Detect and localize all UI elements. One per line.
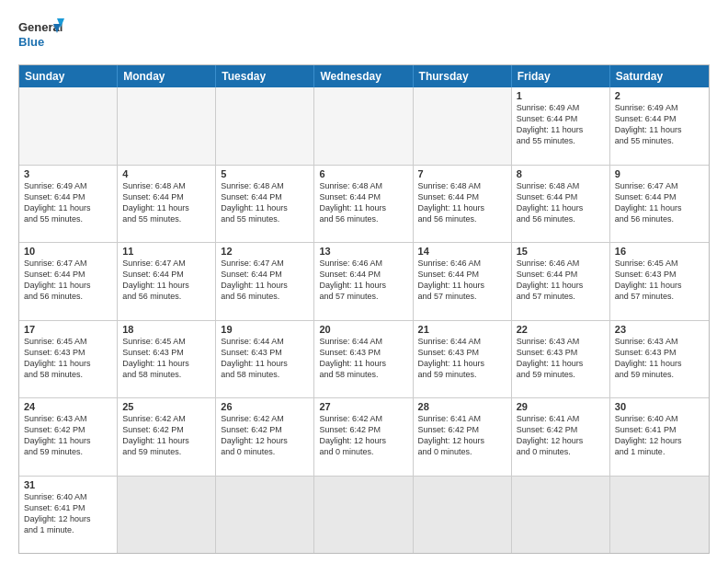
day-info: Sunrise: 6:42 AM Sunset: 6:42 PM Dayligh… bbox=[221, 413, 309, 458]
day-number: 14 bbox=[418, 246, 506, 257]
day-number: 23 bbox=[615, 324, 704, 335]
day-cell: 6Sunrise: 6:48 AM Sunset: 6:44 PM Daylig… bbox=[314, 166, 413, 243]
day-number: 18 bbox=[122, 324, 210, 335]
day-cell: 16Sunrise: 6:45 AM Sunset: 6:43 PM Dayli… bbox=[610, 243, 709, 320]
day-number: 29 bbox=[517, 401, 605, 412]
day-number: 19 bbox=[221, 324, 309, 335]
day-cell: 9Sunrise: 6:47 AM Sunset: 6:44 PM Daylig… bbox=[610, 166, 709, 243]
day-cell: 2Sunrise: 6:49 AM Sunset: 6:44 PM Daylig… bbox=[610, 87, 709, 165]
day-number: 28 bbox=[418, 401, 506, 412]
day-cell: 26Sunrise: 6:42 AM Sunset: 6:42 PM Dayli… bbox=[216, 398, 314, 476]
calendar-row: 24Sunrise: 6:43 AM Sunset: 6:42 PM Dayli… bbox=[19, 397, 709, 476]
page-header: General Blue bbox=[18, 15, 710, 55]
weekday-header: Thursday bbox=[414, 65, 512, 87]
day-number: 22 bbox=[517, 324, 605, 335]
day-cell: 19Sunrise: 6:44 AM Sunset: 6:43 PM Dayli… bbox=[216, 321, 314, 398]
day-info: Sunrise: 6:46 AM Sunset: 6:44 PM Dayligh… bbox=[517, 258, 605, 303]
day-cell: 22Sunrise: 6:43 AM Sunset: 6:43 PM Dayli… bbox=[512, 321, 610, 398]
day-number: 26 bbox=[221, 401, 309, 412]
day-cell: 28Sunrise: 6:41 AM Sunset: 6:42 PM Dayli… bbox=[414, 398, 512, 476]
day-info: Sunrise: 6:44 AM Sunset: 6:43 PM Dayligh… bbox=[221, 336, 309, 381]
calendar-row: 31Sunrise: 6:40 AM Sunset: 6:41 PM Dayli… bbox=[19, 476, 709, 554]
day-number: 24 bbox=[24, 401, 112, 412]
logo-svg: General Blue bbox=[18, 15, 64, 55]
day-number: 8 bbox=[517, 168, 605, 179]
calendar-row: 3Sunrise: 6:49 AM Sunset: 6:44 PM Daylig… bbox=[19, 165, 709, 243]
day-cell: 5Sunrise: 6:48 AM Sunset: 6:44 PM Daylig… bbox=[216, 166, 314, 243]
day-cell: 13Sunrise: 6:46 AM Sunset: 6:44 PM Dayli… bbox=[314, 243, 413, 320]
weekday-header: Sunday bbox=[19, 65, 118, 87]
day-cell: 30Sunrise: 6:40 AM Sunset: 6:41 PM Dayli… bbox=[610, 398, 709, 476]
day-info: Sunrise: 6:48 AM Sunset: 6:44 PM Dayligh… bbox=[221, 180, 309, 225]
day-number: 11 bbox=[122, 246, 210, 257]
empty-cell bbox=[314, 87, 413, 165]
day-number: 6 bbox=[319, 168, 407, 179]
empty-cell bbox=[118, 87, 216, 165]
day-number: 2 bbox=[615, 90, 704, 101]
empty-cell bbox=[414, 87, 512, 165]
weekday-header: Friday bbox=[512, 65, 610, 87]
day-info: Sunrise: 6:48 AM Sunset: 6:44 PM Dayligh… bbox=[517, 180, 605, 225]
day-number: 17 bbox=[24, 324, 112, 335]
day-cell: 23Sunrise: 6:43 AM Sunset: 6:43 PM Dayli… bbox=[610, 321, 709, 398]
day-number: 20 bbox=[319, 324, 407, 335]
day-info: Sunrise: 6:46 AM Sunset: 6:44 PM Dayligh… bbox=[319, 258, 407, 303]
day-info: Sunrise: 6:43 AM Sunset: 6:43 PM Dayligh… bbox=[615, 336, 704, 381]
day-info: Sunrise: 6:45 AM Sunset: 6:43 PM Dayligh… bbox=[122, 336, 210, 381]
empty-cell bbox=[216, 477, 314, 554]
day-cell: 8Sunrise: 6:48 AM Sunset: 6:44 PM Daylig… bbox=[512, 166, 610, 243]
calendar-row: 10Sunrise: 6:47 AM Sunset: 6:44 PM Dayli… bbox=[19, 242, 709, 320]
day-cell: 7Sunrise: 6:48 AM Sunset: 6:44 PM Daylig… bbox=[414, 166, 512, 243]
day-info: Sunrise: 6:47 AM Sunset: 6:44 PM Dayligh… bbox=[122, 258, 210, 303]
day-info: Sunrise: 6:44 AM Sunset: 6:43 PM Dayligh… bbox=[418, 336, 506, 381]
day-cell: 4Sunrise: 6:48 AM Sunset: 6:44 PM Daylig… bbox=[118, 166, 216, 243]
day-info: Sunrise: 6:41 AM Sunset: 6:42 PM Dayligh… bbox=[517, 413, 605, 458]
svg-text:Blue: Blue bbox=[18, 35, 44, 49]
day-info: Sunrise: 6:43 AM Sunset: 6:42 PM Dayligh… bbox=[24, 413, 112, 458]
calendar-row: 1Sunrise: 6:49 AM Sunset: 6:44 PM Daylig… bbox=[19, 87, 709, 165]
day-number: 16 bbox=[615, 246, 704, 257]
day-number: 21 bbox=[418, 324, 506, 335]
empty-cell bbox=[610, 477, 709, 554]
day-info: Sunrise: 6:43 AM Sunset: 6:43 PM Dayligh… bbox=[517, 336, 605, 381]
day-cell: 1Sunrise: 6:49 AM Sunset: 6:44 PM Daylig… bbox=[512, 87, 610, 165]
day-info: Sunrise: 6:42 AM Sunset: 6:42 PM Dayligh… bbox=[319, 413, 407, 458]
day-info: Sunrise: 6:49 AM Sunset: 6:44 PM Dayligh… bbox=[615, 102, 704, 147]
day-info: Sunrise: 6:48 AM Sunset: 6:44 PM Dayligh… bbox=[122, 180, 210, 225]
day-cell: 12Sunrise: 6:47 AM Sunset: 6:44 PM Dayli… bbox=[216, 243, 314, 320]
day-number: 1 bbox=[517, 90, 605, 101]
day-number: 13 bbox=[319, 246, 407, 257]
day-cell: 10Sunrise: 6:47 AM Sunset: 6:44 PM Dayli… bbox=[19, 243, 118, 320]
weekday-header: Monday bbox=[118, 65, 216, 87]
day-info: Sunrise: 6:42 AM Sunset: 6:42 PM Dayligh… bbox=[122, 413, 210, 458]
day-info: Sunrise: 6:46 AM Sunset: 6:44 PM Dayligh… bbox=[418, 258, 506, 303]
day-number: 12 bbox=[221, 246, 309, 257]
calendar-body: 1Sunrise: 6:49 AM Sunset: 6:44 PM Daylig… bbox=[19, 87, 709, 553]
day-number: 4 bbox=[122, 168, 210, 179]
day-number: 3 bbox=[24, 168, 112, 179]
calendar: SundayMondayTuesdayWednesdayThursdayFrid… bbox=[18, 64, 710, 554]
day-number: 15 bbox=[517, 246, 605, 257]
day-info: Sunrise: 6:47 AM Sunset: 6:44 PM Dayligh… bbox=[615, 180, 704, 225]
day-cell: 17Sunrise: 6:45 AM Sunset: 6:43 PM Dayli… bbox=[19, 321, 118, 398]
day-info: Sunrise: 6:45 AM Sunset: 6:43 PM Dayligh… bbox=[615, 258, 704, 303]
empty-cell bbox=[19, 87, 118, 165]
day-cell: 29Sunrise: 6:41 AM Sunset: 6:42 PM Dayli… bbox=[512, 398, 610, 476]
day-cell: 24Sunrise: 6:43 AM Sunset: 6:42 PM Dayli… bbox=[19, 398, 118, 476]
empty-cell bbox=[216, 87, 314, 165]
day-number: 31 bbox=[24, 479, 112, 490]
logo: General Blue bbox=[18, 15, 64, 55]
day-number: 27 bbox=[319, 401, 407, 412]
day-info: Sunrise: 6:40 AM Sunset: 6:41 PM Dayligh… bbox=[615, 413, 704, 458]
day-info: Sunrise: 6:47 AM Sunset: 6:44 PM Dayligh… bbox=[24, 258, 112, 303]
day-cell: 11Sunrise: 6:47 AM Sunset: 6:44 PM Dayli… bbox=[118, 243, 216, 320]
weekday-header: Wednesday bbox=[314, 65, 413, 87]
weekday-header: Saturday bbox=[610, 65, 709, 87]
calendar-header: SundayMondayTuesdayWednesdayThursdayFrid… bbox=[19, 65, 709, 87]
day-cell: 3Sunrise: 6:49 AM Sunset: 6:44 PM Daylig… bbox=[19, 166, 118, 243]
calendar-row: 17Sunrise: 6:45 AM Sunset: 6:43 PM Dayli… bbox=[19, 320, 709, 398]
day-cell: 31Sunrise: 6:40 AM Sunset: 6:41 PM Dayli… bbox=[19, 477, 118, 554]
day-info: Sunrise: 6:44 AM Sunset: 6:43 PM Dayligh… bbox=[319, 336, 407, 381]
day-number: 25 bbox=[122, 401, 210, 412]
day-cell: 25Sunrise: 6:42 AM Sunset: 6:42 PM Dayli… bbox=[118, 398, 216, 476]
